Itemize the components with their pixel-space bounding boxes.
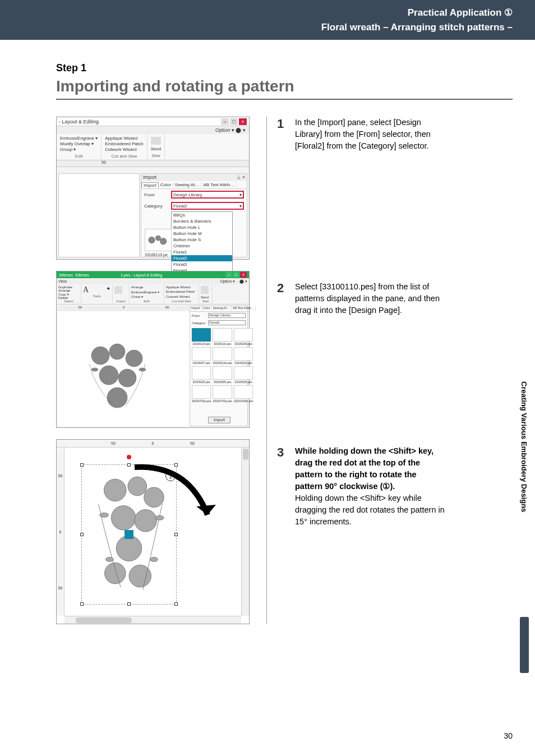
panel-pin-close[interactable]: ⊥ × — [237, 174, 245, 181]
ruler-tick: 0 — [152, 441, 154, 445]
header-circled-1: ① — [504, 6, 513, 20]
view-menu[interactable]: View — [58, 279, 67, 283]
floral-pattern-preview[interactable] — [78, 336, 168, 414]
scrollbar-thumb[interactable] — [243, 449, 248, 460]
emboss-engrave-menu[interactable]: Emboss/Engrave ▾ — [60, 136, 98, 141]
pattern-thumb[interactable] — [192, 347, 211, 361]
svg-point-7 — [118, 369, 136, 387]
import-button[interactable]: Import — [208, 417, 230, 423]
svg-point-16 — [116, 536, 141, 561]
svg-point-1 — [155, 236, 160, 241]
pattern-thumb[interactable] — [234, 328, 253, 342]
dropdown-option[interactable]: Button Hole L — [172, 224, 232, 231]
resize-handle-w[interactable] — [80, 533, 84, 536]
pattern-thumb[interactable] — [234, 347, 253, 361]
svg-point-19 — [100, 513, 109, 517]
import-panel-title: Import — [143, 174, 156, 180]
svg-point-10 — [139, 368, 146, 371]
embroidered-patch-button[interactable]: Embroidered Patch — [105, 141, 143, 146]
resize-handle-s[interactable] — [127, 602, 131, 606]
window-maximize-button[interactable]: □ — [230, 118, 238, 125]
arrange-copy-menu[interactable]: Arrange Copy ▾ — [58, 289, 79, 296]
pattern-thumb[interactable] — [213, 347, 232, 361]
import-patterns-icon[interactable] — [114, 286, 122, 294]
from-selector[interactable]: Design Library▾ — [171, 191, 244, 199]
option-bar[interactable]: Option ▾ ⬤ ▾ — [57, 126, 249, 134]
send-icon[interactable] — [201, 286, 209, 294]
dropdown-option-selected[interactable]: Floral2 — [172, 255, 232, 261]
file-tab[interactable]: Stitches — [75, 273, 89, 277]
dropdown-option[interactable]: Floral3 — [172, 261, 232, 268]
cutwork-wizard-button[interactable]: Cutwork Wizard — [105, 147, 143, 152]
window-title: - Layout & Editing — [59, 119, 99, 125]
window-close-button[interactable]: × — [240, 272, 247, 278]
from-selector[interactable]: Design Library — [208, 313, 246, 318]
ribbon-group-cutsew: Applique Wizard Embroidered Patch Cutwor… — [164, 284, 199, 304]
tab-sewing-attrib[interactable]: Sewing At… — [173, 182, 202, 187]
pattern-thumb[interactable] — [213, 385, 232, 399]
dropdown-option[interactable]: Floral1 — [172, 249, 232, 255]
scrollbar-thumb[interactable] — [76, 617, 132, 623]
pattern-thumb[interactable] — [192, 385, 211, 399]
tab-color[interactable]: Color — [202, 306, 212, 311]
pattern-thumb-selected[interactable] — [192, 328, 211, 342]
import-tabs-2: Import Color Sewing At… AB Text Attrib… — [190, 306, 247, 312]
dropdown-option[interactable]: Children — [172, 243, 232, 249]
window-titlebar-2: Stitches Stitches 1.pes - Layout & Editi… — [57, 271, 249, 278]
vertical-scrollbar[interactable] — [241, 448, 249, 616]
pattern-thumb[interactable] — [213, 328, 232, 342]
category-dropdown-list: BBQs Borders & Banners Button Hole L But… — [171, 211, 233, 274]
arrange-button[interactable]: Arrange — [131, 285, 162, 289]
screenshots-column: - Layout & Editing – □ × Option ▾ ⬤ ▾ Em… — [56, 117, 250, 624]
section-side-tab-indicator — [520, 617, 529, 673]
design-canvas[interactable] — [58, 173, 140, 257]
category-selector[interactable]: Floral2 — [208, 320, 246, 325]
instruction-rest: Holding down the <Shift> key while dragg… — [295, 494, 445, 526]
tab-color[interactable]: Color — [159, 182, 173, 187]
option-menu[interactable]: Option ▾ — [220, 279, 235, 284]
resize-handle-se[interactable] — [174, 602, 178, 606]
embroidered-patch-button[interactable]: Embroidered Patch — [166, 290, 197, 293]
pattern-thumb[interactable] — [234, 366, 253, 380]
pattern-thumbnail[interactable] — [145, 229, 172, 251]
text-tool-icon[interactable]: A — [83, 285, 89, 294]
design-page[interactable]: 50 0 50 — [58, 306, 190, 426]
send-button[interactable]: Send — [151, 146, 162, 151]
applique-wizard-button[interactable]: Applique Wizard — [166, 285, 197, 289]
file-tab[interactable]: Stitches — [59, 273, 73, 277]
group-menu[interactable]: Group ▾ — [131, 294, 162, 298]
resize-handle-sw[interactable] — [80, 602, 84, 606]
group-menu[interactable]: Group ▾ — [60, 147, 98, 152]
pattern-thumb[interactable] — [213, 366, 232, 380]
dropdown-option[interactable]: Borders & Banners — [172, 218, 232, 224]
pattern-thumb[interactable] — [192, 366, 211, 380]
window-minimize-button[interactable]: – — [225, 272, 232, 278]
design-canvas[interactable]: 1 — [64, 448, 241, 616]
emboss-engrave-menu[interactable]: Emboss/Engrave ▾ — [131, 290, 162, 294]
modify-overlap-menu[interactable]: Modify Overlap ▾ — [60, 141, 98, 146]
dropdown-option[interactable]: Button Hole M — [172, 231, 232, 237]
thumb-label: 33100305.pes — [213, 380, 232, 384]
window-close-button[interactable]: × — [239, 118, 247, 125]
instruction-text: In the [Import] pane, select [Design Lib… — [295, 117, 446, 152]
window-maximize-button[interactable]: □ — [233, 272, 239, 278]
shapes-tool-icon[interactable]: ✦ — [106, 285, 110, 294]
window-minimize-button[interactable]: – — [221, 118, 229, 125]
tab-text-attrib[interactable]: AB Text Attrib… — [201, 182, 237, 187]
dropdown-option[interactable]: Button Hole S — [172, 237, 232, 243]
category-selector[interactable]: Floral2▾ — [171, 202, 244, 210]
pattern-thumb[interactable] — [234, 385, 253, 399]
horizontal-scrollbar[interactable] — [64, 616, 241, 624]
tab-text-attrib[interactable]: AB Text Attrib… — [232, 306, 256, 311]
dropdown-option[interactable]: BBQs — [172, 212, 232, 218]
resize-handle-nw[interactable] — [80, 463, 84, 467]
tab-import[interactable]: Import — [190, 306, 202, 311]
send-icon[interactable] — [151, 137, 161, 145]
ruler-tick: 0 — [59, 530, 62, 534]
tab-sewing-attrib[interactable]: Sewing At… — [212, 306, 232, 311]
cutwork-wizard-button[interactable]: Cutwork Wizard — [166, 295, 197, 298]
send-button[interactable]: Send — [201, 296, 210, 299]
applique-wizard-button[interactable]: Applique Wizard — [105, 136, 143, 141]
help-menu[interactable]: ⬤ ▾ — [239, 279, 247, 284]
tab-import[interactable]: Import — [141, 182, 159, 188]
